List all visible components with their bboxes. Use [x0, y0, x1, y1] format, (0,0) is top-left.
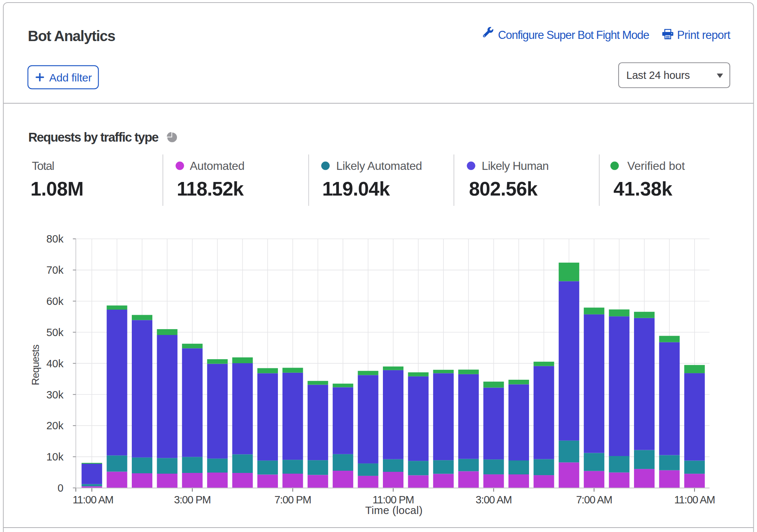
svg-text:3:00 PM: 3:00 PM	[174, 494, 211, 506]
svg-text:20k: 20k	[46, 420, 64, 431]
svg-text:Bot Analytics: Bot Analytics	[28, 28, 115, 44]
svg-text:Last 24 hours: Last 24 hours	[626, 69, 690, 81]
svg-text:Likely Human: Likely Human	[482, 159, 548, 172]
svg-text:7:00 AM: 7:00 AM	[576, 494, 612, 506]
svg-text:118.52k: 118.52k	[177, 178, 244, 200]
svg-text:11:00 AM: 11:00 AM	[73, 494, 113, 506]
svg-text:Requests by traffic type: Requests by traffic type	[28, 130, 159, 144]
svg-text:Total: Total	[32, 159, 54, 172]
svg-text:11:00 AM: 11:00 AM	[674, 494, 715, 506]
svg-text:Time (local): Time (local)	[365, 504, 423, 516]
svg-text:41.38k: 41.38k	[613, 178, 673, 200]
svg-text:802.56k: 802.56k	[469, 178, 537, 200]
svg-text:Configure Super Bot Fight Mode: Configure Super Bot Fight Mode	[498, 29, 649, 41]
svg-text:60k: 60k	[46, 295, 64, 307]
svg-text:Print report: Print report	[677, 29, 731, 41]
svg-text:70k: 70k	[46, 264, 64, 276]
svg-text:7:00 PM: 7:00 PM	[275, 494, 311, 506]
svg-text:30k: 30k	[46, 389, 64, 401]
svg-text:Verified bot: Verified bot	[627, 159, 685, 172]
svg-text:10k: 10k	[46, 451, 64, 463]
svg-text:3:00 AM: 3:00 AM	[476, 494, 512, 506]
svg-text:80k: 80k	[46, 233, 64, 245]
svg-text:Requests: Requests	[30, 345, 41, 385]
svg-text:40k: 40k	[46, 358, 64, 369]
svg-text:Add filter: Add filter	[49, 72, 92, 84]
svg-text:50k: 50k	[46, 327, 64, 338]
svg-text:Automated: Automated	[190, 159, 245, 172]
svg-text:119.04k: 119.04k	[322, 178, 390, 200]
svg-text:1.08M: 1.08M	[30, 178, 83, 200]
svg-text:Likely Automated: Likely Automated	[336, 159, 422, 172]
svg-text:0: 0	[58, 482, 64, 494]
